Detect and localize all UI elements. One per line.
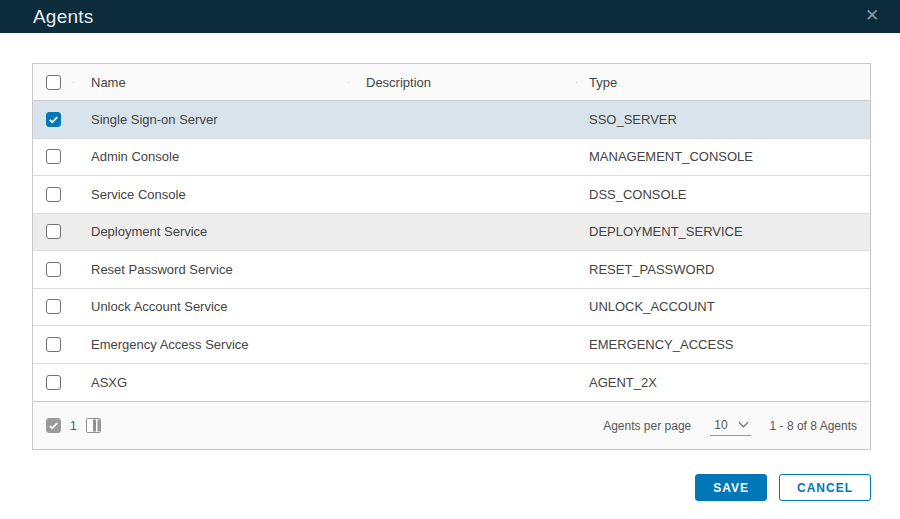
type-cell: SSO_SERVER — [576, 112, 870, 127]
type-cell: EMERGENCY_ACCESS — [576, 337, 870, 352]
type-cell: RESET_PASSWORD — [576, 262, 870, 277]
row-checkbox-cell — [33, 149, 73, 164]
table-body: Single Sign-on ServerSSO_SERVERAdmin Con… — [33, 101, 870, 401]
table-row[interactable]: Unlock Account ServiceUNLOCK_ACCOUNT — [33, 289, 870, 327]
dialog-header: Agents ✕ — [0, 0, 900, 33]
column-header-description[interactable]: Description — [348, 75, 576, 90]
footer-selection-group: 1 — [33, 418, 101, 433]
selection-indicator-checkbox — [46, 418, 61, 433]
table-row[interactable]: Emergency Access ServiceEMERGENCY_ACCESS — [33, 326, 870, 364]
row-checkbox[interactable] — [46, 337, 61, 352]
cancel-button[interactable]: CANCEL — [779, 474, 871, 501]
name-cell: ASXG — [73, 375, 348, 390]
table-row[interactable]: Admin ConsoleMANAGEMENT_CONSOLE — [33, 139, 870, 177]
type-cell: MANAGEMENT_CONSOLE — [576, 149, 870, 164]
row-checkbox[interactable] — [46, 224, 61, 239]
table-row[interactable]: Single Sign-on ServerSSO_SERVER — [33, 101, 870, 139]
page-range-text: 1 - 8 of 8 Agents — [770, 419, 857, 433]
row-checkbox-cell — [33, 299, 73, 314]
row-checkbox-cell — [33, 337, 73, 352]
type-cell: DEPLOYMENT_SERVICE — [576, 224, 870, 239]
type-cell: DSS_CONSOLE — [576, 187, 870, 202]
name-cell: Admin Console — [73, 149, 348, 164]
row-checkbox-cell — [33, 112, 73, 127]
row-checkbox[interactable] — [46, 375, 61, 390]
type-cell: UNLOCK_ACCOUNT — [576, 299, 870, 314]
table-row[interactable]: Reset Password ServiceRESET_PASSWORD — [33, 251, 870, 289]
table-footer: 1 Agents per page 10 1 - 8 of 8 Agents — [33, 401, 870, 449]
close-icon[interactable]: ✕ — [860, 4, 884, 28]
dialog-title: Agents — [0, 6, 93, 28]
table-row[interactable]: ASXGAGENT_2X — [33, 364, 870, 402]
row-checkbox[interactable] — [46, 187, 61, 202]
name-cell: Deployment Service — [73, 224, 348, 239]
agents-table: Name Description Type Single Sign-on Ser… — [32, 63, 871, 450]
chevron-down-icon — [738, 421, 749, 428]
table-row[interactable]: Deployment ServiceDEPLOYMENT_SERVICE — [33, 214, 870, 252]
save-button[interactable]: SAVE — [695, 474, 767, 501]
row-checkbox[interactable] — [46, 262, 61, 277]
row-checkbox-cell — [33, 224, 73, 239]
pagination-group: Agents per page 10 1 - 8 of 8 Agents — [603, 416, 870, 436]
selected-count: 1 — [70, 419, 77, 433]
name-cell: Unlock Account Service — [73, 299, 348, 314]
column-toggle-icon[interactable] — [86, 418, 101, 433]
column-header-type[interactable]: Type — [576, 75, 870, 90]
row-checkbox-cell — [33, 262, 73, 277]
name-cell: Single Sign-on Server — [73, 112, 348, 127]
select-all-checkbox[interactable] — [46, 75, 61, 90]
row-checkbox[interactable] — [46, 149, 61, 164]
per-page-value: 10 — [714, 418, 727, 432]
name-cell: Emergency Access Service — [73, 337, 348, 352]
row-checkbox-cell — [33, 187, 73, 202]
type-cell: AGENT_2X — [576, 375, 870, 390]
select-all-cell — [33, 75, 73, 90]
column-header-name[interactable]: Name — [73, 75, 348, 90]
row-checkbox[interactable] — [46, 112, 61, 127]
per-page-label: Agents per page — [603, 419, 691, 433]
table-header-row: Name Description Type — [33, 64, 870, 101]
table-row[interactable]: Service ConsoleDSS_CONSOLE — [33, 176, 870, 214]
name-cell: Service Console — [73, 187, 348, 202]
row-checkbox-cell — [33, 375, 73, 390]
dialog-actions: SAVE CANCEL — [695, 474, 871, 501]
row-checkbox[interactable] — [46, 299, 61, 314]
per-page-select[interactable]: 10 — [710, 416, 750, 436]
name-cell: Reset Password Service — [73, 262, 348, 277]
